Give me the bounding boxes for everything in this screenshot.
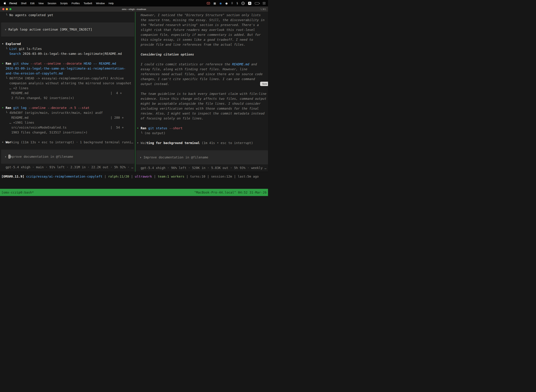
minimize-button[interactable] bbox=[6, 8, 8, 10]
git-log-out-4: src/voice/voiceModeEnabled.ts | 54 + bbox=[2, 125, 135, 130]
git-show-out-5: 2 files changed, 92 insertions(+) bbox=[2, 96, 135, 100]
screen-notification-tooltip: Scre bbox=[260, 82, 268, 86]
battery-gauge-icon[interactable]: .61 bbox=[241, 2, 245, 5]
menu-bar-status-icons: ▦◉●⠿§.61A bbox=[207, 2, 266, 5]
omx-status-segment: last:5m ago bbox=[238, 175, 259, 178]
omx-status-segment: | bbox=[129, 175, 135, 178]
blank-line bbox=[137, 57, 268, 62]
git-log-out-1: └ 4b9d30f (origin/main, instructkr/main,… bbox=[2, 110, 135, 115]
macos-menu-bar: iTerm2ShellEditViewSessionScriptsProfile… bbox=[0, 0, 268, 6]
prompt-input-box[interactable]: › Improve documentation in @filename bbox=[136, 150, 268, 164]
left-terminal-pane[interactable]: └ No agents completed yet› Ralph loop ac… bbox=[0, 12, 135, 172]
utility-icon[interactable]: § bbox=[237, 2, 238, 5]
git-log-out-3: … +1901 lines bbox=[2, 120, 135, 125]
explored-list: └ List git ls-files bbox=[2, 46, 135, 51]
reasoning-p1-l5: companion file, especially if more comme… bbox=[137, 32, 268, 37]
prompt-input: › Improve documentation in @filename bbox=[1, 154, 73, 159]
reasoning-p1-l3: the "Related research writing" section i… bbox=[137, 23, 268, 27]
reasoning-p3-l5: review. Also, I might want to inspect th… bbox=[137, 111, 268, 116]
reasoning-p1-l7: provide file and line references from th… bbox=[137, 42, 268, 47]
omx-status-segment: ultrawork bbox=[135, 175, 152, 178]
omx-status-segment: | bbox=[152, 175, 158, 178]
terminal-area: └ No agents completed yet› Ralph loop ac… bbox=[0, 12, 268, 172]
omx-status-segment: | bbox=[206, 175, 211, 178]
screen-recording-icon[interactable] bbox=[207, 2, 210, 5]
screen: iTerm2ShellEditViewSessionScriptsProfile… bbox=[0, 0, 268, 181]
omx-status-segment: [OMX#0.11.9] bbox=[1, 175, 26, 178]
git-show-out-2: companion analysis without altering the … bbox=[2, 81, 135, 86]
reasoning-p3-l3: might be acceptable alongside the file l… bbox=[137, 101, 268, 106]
working-spinner-line: • Working (11m 13s • esc to interrupt) ·… bbox=[2, 140, 135, 145]
git-show-out-4: README.md | 4 + bbox=[2, 91, 135, 96]
session-status-line: gpt-5.4 xhigh · 96% left · 520K in · 5.8… bbox=[137, 165, 268, 170]
menu-shell[interactable]: Shell bbox=[19, 2, 28, 5]
omx-status-segment: cczip/essay/ai-reimplementation-copyleft bbox=[26, 175, 102, 178]
control-center-icon[interactable] bbox=[263, 2, 266, 5]
ran-git-status: • Ran git status --short bbox=[137, 126, 268, 131]
omx-status-bar: [OMX#0.11.9] cczip/essay/ai-reimplementa… bbox=[0, 172, 268, 181]
menu-view[interactable]: View bbox=[36, 2, 46, 5]
right-terminal-pane[interactable]: However, I noticed the "Directory Struct… bbox=[135, 12, 268, 172]
browser-icon[interactable]: ◉ bbox=[220, 2, 222, 5]
menu-toolbelt[interactable]: Toolbelt bbox=[82, 2, 94, 5]
menu-session[interactable]: Session bbox=[46, 2, 58, 5]
reasoning-p2-l2: essay file, along with finding root file… bbox=[137, 67, 268, 72]
omx-status-segment: ralph:11/20 bbox=[108, 175, 129, 178]
git-log-out-5: 1903 files changed, 513517 insertions(+) bbox=[2, 130, 135, 135]
reasoning-p2-l3: references need actual files, and since … bbox=[137, 72, 268, 77]
git-show-arg-2: and-the-erosion-of-copyleft.md bbox=[2, 71, 135, 76]
git-status-out: └ (no output) bbox=[137, 131, 268, 135]
reasoning-p2-l5: output instead. bbox=[137, 81, 268, 86]
git-show-out-3: … +2 lines bbox=[2, 86, 135, 91]
window-tiling-icon[interactable]: ▦ bbox=[214, 2, 216, 5]
explored-header: • Explored bbox=[2, 42, 135, 46]
battery-icon[interactable] bbox=[255, 2, 259, 5]
apple-menu-icon[interactable] bbox=[4, 2, 6, 5]
ralph-loop-banner: › Ralph loop active continue [OMX_TMUX_I… bbox=[1, 27, 92, 32]
blank-line bbox=[137, 86, 268, 91]
app-circle-icon[interactable]: ● bbox=[225, 2, 228, 5]
git-show-arg-1: 2026-03-09-is-legal-the-same-as-legitima… bbox=[2, 66, 135, 71]
tmux-session-info: [omx-cczip0:bash* bbox=[1, 191, 34, 194]
menu-iterm2[interactable]: iTerm2 bbox=[7, 2, 19, 5]
tmux-host-time: "MacBook-Pro-44.local" 04:52 31-Mar-26 bbox=[194, 191, 267, 194]
reasoning-p1-l2: the source tree, missing the essay. Stil… bbox=[137, 18, 268, 23]
prompt-input-box[interactable]: › Improve documentation in @filename bbox=[1, 150, 134, 164]
reasoning-p1-l4: slight risk that future readers may over… bbox=[137, 27, 268, 32]
blank-line bbox=[137, 145, 268, 150]
omx-status-segment: team:1 workers bbox=[158, 175, 184, 178]
blank-line bbox=[2, 18, 135, 23]
fullscreen-button[interactable] bbox=[9, 8, 11, 10]
reasoning-p1-l6: this single essay, it seems like a good … bbox=[137, 37, 268, 42]
window-title: omx --xhigh --madmax bbox=[0, 8, 268, 10]
reasoning-p3-l1: The team guideline is to back every impo… bbox=[137, 91, 268, 96]
menu-edit[interactable]: Edit bbox=[28, 2, 36, 5]
menu-profiles[interactable]: Profiles bbox=[70, 2, 82, 5]
menu-bar-items: iTerm2ShellEditViewSessionScriptsProfile… bbox=[7, 2, 115, 5]
git-show-out-1: └ 067f154 (HEAD -> essay/ai-reimplementa… bbox=[2, 76, 135, 81]
reasoning-p2-l1: I could cite commit statistics or refere… bbox=[137, 62, 268, 67]
blank-line bbox=[137, 121, 268, 126]
menu-help[interactable]: Help bbox=[107, 2, 116, 5]
input-source-icon[interactable]: A bbox=[248, 2, 251, 5]
reasoning-heading: Considering citation options bbox=[137, 52, 268, 57]
blank-line bbox=[137, 47, 268, 52]
agents-status-line: └ No agents completed yet bbox=[2, 13, 135, 18]
git-log-out-2: README.md | 280 + bbox=[2, 115, 135, 120]
reasoning-p3-l4: including verification notes with those … bbox=[137, 106, 268, 111]
close-button[interactable] bbox=[2, 8, 5, 10]
menu-window[interactable]: Window bbox=[94, 2, 107, 5]
ran-git-show: • Ran git show --stat --oneline --decora… bbox=[2, 61, 135, 66]
window-shortcut-hint: ⌥⌘1 bbox=[260, 8, 268, 10]
waiting-spinner-line: • Waiting for background terminal (1m 41… bbox=[137, 140, 268, 145]
blank-line bbox=[137, 135, 268, 140]
apps-grid-icon[interactable]: ⠿ bbox=[231, 2, 233, 5]
omx-status-segment: | bbox=[184, 175, 190, 178]
prompt-input: › Improve documentation in @filename bbox=[136, 155, 208, 160]
window-title-bar[interactable]: omx --xhigh --madmax ⌥⌘1 bbox=[0, 6, 268, 12]
session-status-line: gpt-5.4 xhigh · main · 91% left · 2.31M … bbox=[2, 165, 135, 170]
blank-line bbox=[2, 37, 135, 42]
reasoning-p2-l4: changes, I can't cite specific file line… bbox=[137, 77, 268, 81]
omx-status-segment: | bbox=[232, 175, 238, 178]
menu-scripts[interactable]: Scripts bbox=[58, 2, 70, 5]
